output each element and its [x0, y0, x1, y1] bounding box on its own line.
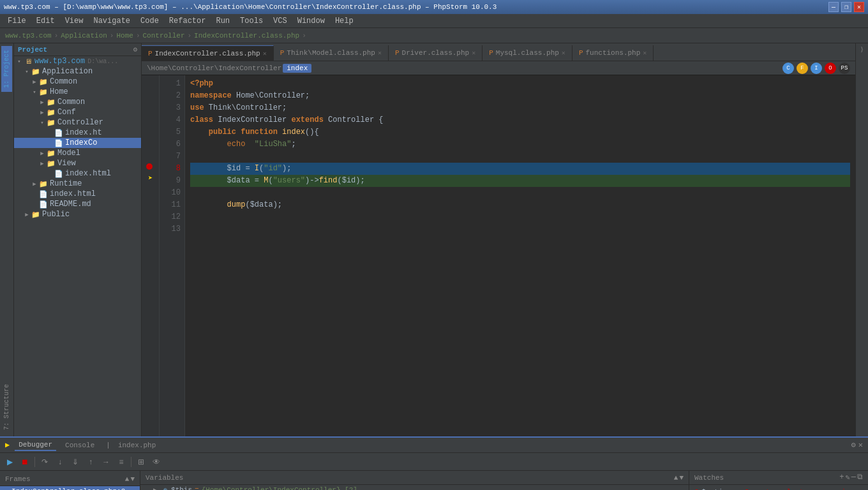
- watches-copy-btn[interactable]: ⧉: [857, 473, 863, 482]
- menu-edit[interactable]: Edit: [31, 15, 60, 27]
- tab-close-2[interactable]: ✕: [378, 49, 382, 57]
- tab-thinkmodel[interactable]: P Think\Model.class.php ✕: [274, 45, 389, 61]
- menu-vcs[interactable]: VCS: [268, 15, 292, 27]
- minimize-button[interactable]: —: [828, 2, 839, 12]
- tree-item-common1[interactable]: ▶ 📁 Common: [14, 77, 141, 87]
- menu-window[interactable]: Window: [292, 15, 330, 27]
- maximize-button[interactable]: ❐: [841, 2, 851, 12]
- tree-item-public[interactable]: ▶ 📁 Public: [14, 209, 141, 219]
- tree-item-view[interactable]: ▶ 📁 View: [14, 158, 141, 168]
- close-button[interactable]: ✕: [854, 2, 864, 12]
- watches-toolbar: + ✎ — ⧉: [839, 473, 863, 482]
- menu-view[interactable]: View: [60, 15, 89, 27]
- breadcrumb-controller[interactable]: Controller: [142, 32, 184, 40]
- menu-tools[interactable]: Tools: [235, 15, 268, 27]
- debug-watches-btn[interactable]: 👁: [149, 455, 163, 469]
- code-line-6: echo "LiuSha";: [190, 138, 850, 151]
- line-gutter: ➤: [142, 75, 160, 436]
- debug-close-icon[interactable]: ✕: [858, 440, 863, 450]
- title-bar-controls[interactable]: — ❐ ✕: [828, 2, 864, 12]
- variables-expand-icon[interactable]: ▲: [674, 474, 678, 482]
- browser-icon-chrome[interactable]: C: [782, 63, 794, 74]
- var-item-this[interactable]: ▶ ⊕ $this = {Home\Controller\IndexContro…: [140, 485, 689, 490]
- tree-item-indexhtml3[interactable]: 📄 index.html: [14, 189, 141, 199]
- tree-item-indexhtml2[interactable]: 📄 index.html: [14, 168, 141, 179]
- right-panel: ⟩: [855, 43, 868, 436]
- watches-add-btn[interactable]: +: [839, 473, 844, 482]
- menu-help[interactable]: Help: [330, 15, 359, 27]
- debug-evaluate-btn[interactable]: ≡: [114, 455, 128, 469]
- right-panel-collapse[interactable]: ⟩: [858, 43, 865, 56]
- breadcrumb-bar: www.tp3.com › Application › Home › Contr…: [0, 28, 868, 43]
- debug-step-over-btn[interactable]: ↷: [38, 455, 52, 469]
- debug-run-to-cursor-btn[interactable]: →: [99, 455, 113, 469]
- tree-item-application[interactable]: ▾ 📁 Application: [14, 66, 141, 77]
- main-layout: 1: Project 7: Structure Project ⚙ ▾ 🖥 ww…: [0, 43, 868, 436]
- debug-step-out-btn[interactable]: ↑: [84, 455, 98, 469]
- tab-close-3[interactable]: ✕: [472, 49, 475, 57]
- folder-icon-view: 📁: [46, 159, 56, 168]
- browser-icon-ie[interactable]: I: [811, 63, 822, 74]
- frame-item-0[interactable]: ⊞ IndexController.class.php:8, Home|Cont…: [0, 486, 140, 490]
- frames-collapse-icon[interactable]: ▼: [130, 475, 135, 483]
- code-line-13: [190, 223, 850, 235]
- tab-indexcontroller[interactable]: P IndexController.class.php ✕: [142, 45, 274, 61]
- tab-icon-3: P: [395, 49, 400, 57]
- folder-icon-conf: 📁: [46, 108, 56, 117]
- watches-edit-btn[interactable]: ✎: [846, 473, 850, 482]
- breadcrumb-application[interactable]: Application: [61, 32, 107, 40]
- menu-refactor[interactable]: Refactor: [164, 15, 211, 27]
- tree-item-indexcontroller[interactable]: 📄 IndexCo: [14, 138, 141, 148]
- tree-item-root[interactable]: ▾ 🖥 www.tp3.com D:\wa...: [14, 56, 141, 66]
- watches-label: Watches: [694, 474, 724, 482]
- editor-breadcrumb: \Home\Controller\IndexController index C…: [142, 61, 855, 75]
- tab-close-5[interactable]: ✕: [643, 49, 647, 57]
- menu-file[interactable]: File: [3, 15, 31, 27]
- tree-item-home[interactable]: ▾ 📁 Home: [14, 87, 141, 97]
- browser-icon-firefox[interactable]: F: [797, 63, 808, 74]
- debug-resume-btn[interactable]: ▶: [3, 455, 17, 469]
- code-line-1: <?php: [190, 78, 850, 90]
- tab-driver[interactable]: P Driver.class.php ✕: [389, 45, 483, 61]
- browser-icon-opera[interactable]: O: [825, 63, 836, 74]
- project-panel-icon[interactable]: 1: Project: [1, 46, 12, 92]
- debug-frames-btn[interactable]: ⊞: [134, 455, 148, 469]
- variables-collapse-icon[interactable]: ▼: [679, 474, 684, 482]
- tree-item-runtime[interactable]: ▶ 📁 Runtime: [14, 179, 141, 189]
- menu-code[interactable]: Code: [135, 15, 164, 27]
- folder-icon-model: 📁: [46, 149, 56, 158]
- tree-arrow-conf: ▶: [38, 109, 46, 116]
- menu-navigate[interactable]: Navigate: [88, 15, 135, 27]
- debug-tab-debugger[interactable]: Debugger: [15, 440, 56, 451]
- debug-step-into-btn[interactable]: ↓: [53, 455, 67, 469]
- structure-panel-icon[interactable]: 7: Structure: [1, 380, 12, 434]
- tab-icon-5: P: [579, 49, 583, 57]
- breadcrumb-root[interactable]: www.tp3.com: [5, 32, 52, 40]
- debug-force-step-into-btn[interactable]: ⇓: [68, 455, 82, 469]
- tab-functions[interactable]: P functions.php ✕: [572, 45, 654, 61]
- tree-item-conf[interactable]: ▶ 📁 Conf: [14, 107, 141, 117]
- breadcrumb-file[interactable]: IndexController.class.php: [194, 32, 299, 40]
- debug-stop-btn[interactable]: ⏹: [18, 455, 32, 469]
- breadcrumb-home[interactable]: Home: [116, 32, 133, 40]
- tree-item-controller[interactable]: ▾ 📁 Controller: [14, 117, 141, 128]
- tree-item-common2[interactable]: ▶ 📁 Common: [14, 97, 141, 107]
- tab-mysql[interactable]: P Mysql.class.php ✕: [483, 45, 572, 61]
- code-editor[interactable]: ➤ 1 2 3 4 5 6 7 8 9 10 11 12: [142, 75, 855, 436]
- folder-icon-home: 📁: [38, 87, 49, 96]
- tree-arrow-root: ▾: [15, 58, 23, 65]
- watches-remove-btn[interactable]: —: [851, 473, 856, 482]
- debug-settings-icon[interactable]: ⚙: [851, 440, 856, 450]
- debug-tab-console[interactable]: Console: [61, 440, 98, 450]
- watch-item-options[interactable]: ⊘ $options = Cannot evaluate expression: [689, 485, 868, 490]
- tab-close-1[interactable]: ✕: [263, 50, 267, 57]
- php-storm-icon[interactable]: PS: [839, 63, 850, 74]
- code-content[interactable]: <?php namespace Home\Controller; use Thi…: [185, 75, 855, 436]
- tree-item-indexhtml1[interactable]: 📄 index.ht: [14, 128, 141, 138]
- code-line-10: [190, 187, 850, 199]
- frames-expand-icon[interactable]: ▲: [125, 475, 130, 483]
- tab-close-4[interactable]: ✕: [562, 49, 565, 57]
- menu-run[interactable]: Run: [211, 15, 235, 27]
- tree-item-model[interactable]: ▶ 📁 Model: [14, 148, 141, 158]
- tree-item-readme[interactable]: 📄 README.md: [14, 199, 141, 209]
